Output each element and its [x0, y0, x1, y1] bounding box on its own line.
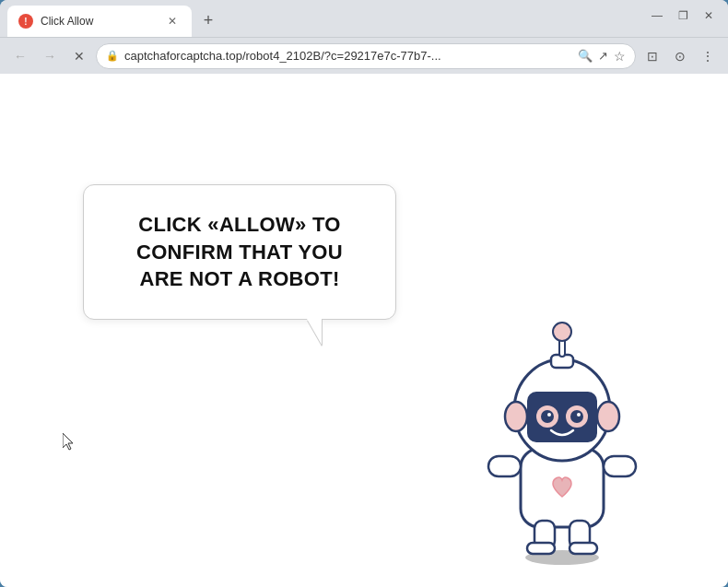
mouse-cursor — [63, 433, 76, 452]
active-tab[interactable]: ! Click Allow ✕ — [7, 6, 192, 37]
svg-point-11 — [553, 323, 571, 341]
bubble-text: CLICK «ALLOW» TO CONFIRM THAT YOU ARE NO… — [113, 211, 366, 293]
share-icon[interactable]: ↗ — [598, 49, 608, 63]
svg-rect-6 — [527, 543, 555, 554]
svg-point-20 — [577, 413, 581, 417]
svg-point-18 — [570, 410, 583, 423]
robot-svg — [470, 274, 654, 569]
tab-title: Click Allow — [41, 15, 157, 28]
browser-window: ! Click Allow ✕ + — ❐ ✕ ← → — [0, 0, 728, 587]
close-button[interactable]: ✕ — [697, 4, 721, 28]
account-button[interactable]: ⊙ — [667, 43, 693, 69]
svg-rect-2 — [488, 456, 521, 476]
svg-point-12 — [505, 402, 527, 431]
speech-bubble: CLICK «ALLOW» TO CONFIRM THAT YOU ARE NO… — [83, 184, 396, 320]
tab-close-button[interactable]: ✕ — [164, 13, 181, 29]
minimize-button[interactable]: — — [645, 4, 669, 28]
tab-favicon: ! — [18, 14, 33, 29]
svg-rect-7 — [569, 543, 597, 554]
toolbar-actions: ⊡ ⊙ ⋮ — [640, 43, 721, 69]
svg-point-13 — [597, 402, 619, 431]
forward-button[interactable]: → — [37, 43, 63, 69]
svg-point-19 — [547, 413, 551, 417]
reload-button[interactable]: ✕ — [66, 43, 92, 69]
url-text: captchaforcaptcha.top/robot4_2102B/?c=29… — [124, 49, 572, 63]
navigation-toolbar: ← → ✕ 🔒 captchaforcaptcha.top/robot4_210… — [0, 37, 728, 74]
page-content: CLICK «ALLOW» TO CONFIRM THAT YOU ARE NO… — [0, 74, 728, 587]
svg-point-17 — [541, 410, 554, 423]
search-icon: 🔍 — [578, 49, 593, 63]
address-bar[interactable]: 🔒 captchaforcaptcha.top/robot4_2102B/?c=… — [96, 43, 636, 69]
robot-illustration — [470, 274, 654, 569]
tab-bar: ! Click Allow ✕ + — [7, 0, 645, 37]
svg-rect-3 — [604, 456, 636, 476]
maximize-button[interactable]: ❐ — [671, 4, 695, 28]
bookmark-icon[interactable]: ☆ — [614, 49, 626, 64]
window-controls: — ❐ ✕ — [645, 4, 721, 28]
lock-icon: 🔒 — [106, 50, 119, 62]
title-bar: ! Click Allow ✕ + — ❐ ✕ — [0, 0, 728, 37]
back-button[interactable]: ← — [7, 43, 33, 69]
new-tab-button[interactable]: + — [195, 7, 221, 33]
menu-button[interactable]: ⋮ — [695, 43, 721, 69]
extensions-button[interactable]: ⊡ — [640, 43, 665, 69]
